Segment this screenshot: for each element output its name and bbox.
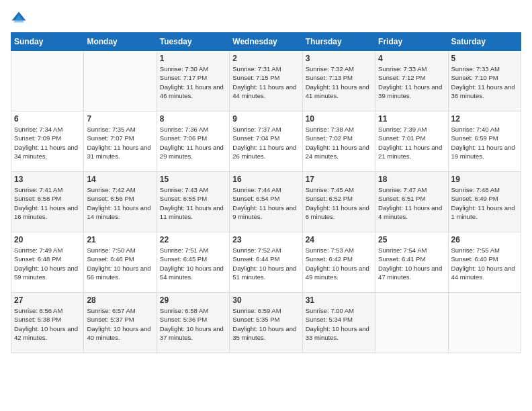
calendar-week-row: 27Sunrise: 6:56 AM Sunset: 5:38 PM Dayli… [11,293,521,353]
day-info: Sunrise: 7:49 AM Sunset: 6:48 PM Dayligh… [14,246,81,281]
calendar-week-row: 20Sunrise: 7:49 AM Sunset: 6:48 PM Dayli… [11,232,521,293]
day-number: 13 [14,175,81,184]
day-number: 1 [160,54,226,63]
calendar-week-row: 13Sunrise: 7:41 AM Sunset: 6:58 PM Dayli… [11,172,521,232]
calendar-cell: 9Sunrise: 7:37 AM Sunset: 7:04 PM Daylig… [230,111,302,172]
calendar-cell: 6Sunrise: 7:34 AM Sunset: 7:09 PM Daylig… [11,111,84,172]
calendar-cell: 27Sunrise: 6:56 AM Sunset: 5:38 PM Dayli… [11,293,84,353]
day-info: Sunrise: 7:53 AM Sunset: 6:42 PM Dayligh… [306,246,372,281]
calendar-cell: 16Sunrise: 7:44 AM Sunset: 6:54 PM Dayli… [230,172,302,232]
day-number: 19 [451,175,518,184]
calendar-cell [448,293,521,353]
day-number: 26 [451,235,518,244]
day-number: 3 [306,54,372,63]
calendar-cell: 3Sunrise: 7:32 AM Sunset: 7:13 PM Daylig… [302,51,375,111]
day-info: Sunrise: 7:37 AM Sunset: 7:04 PM Dayligh… [232,125,299,161]
day-info: Sunrise: 7:33 AM Sunset: 7:12 PM Dayligh… [378,64,445,100]
calendar-cell: 31Sunrise: 7:00 AM Sunset: 5:34 PM Dayli… [302,293,375,353]
calendar-cell: 7Sunrise: 7:35 AM Sunset: 7:07 PM Daylig… [84,111,157,172]
calendar-cell: 26Sunrise: 7:55 AM Sunset: 6:40 PM Dayli… [448,232,521,293]
day-number: 15 [160,175,226,184]
day-info: Sunrise: 7:47 AM Sunset: 6:51 PM Dayligh… [378,185,445,221]
calendar-cell: 30Sunrise: 6:59 AM Sunset: 5:35 PM Dayli… [230,293,302,353]
day-info: Sunrise: 7:00 AM Sunset: 5:34 PM Dayligh… [306,306,372,342]
day-number: 11 [378,114,445,124]
day-info: Sunrise: 7:54 AM Sunset: 6:41 PM Dayligh… [378,246,445,281]
day-info: Sunrise: 7:38 AM Sunset: 7:02 PM Dayligh… [306,125,372,161]
day-number: 24 [306,235,372,244]
day-number: 12 [451,114,518,124]
calendar-cell [11,51,84,111]
weekday-header-row: SundayMondayTuesdayWednesdayThursdayFrid… [11,33,521,51]
day-info: Sunrise: 6:56 AM Sunset: 5:38 PM Dayligh… [14,306,81,342]
calendar-cell: 25Sunrise: 7:54 AM Sunset: 6:41 PM Dayli… [375,232,448,293]
day-number: 22 [160,235,226,244]
day-number: 25 [378,235,445,244]
day-number: 6 [14,114,81,124]
calendar-cell: 23Sunrise: 7:52 AM Sunset: 6:44 PM Dayli… [230,232,302,293]
day-info: Sunrise: 7:40 AM Sunset: 6:59 PM Dayligh… [451,125,518,161]
day-info: Sunrise: 7:35 AM Sunset: 7:07 PM Dayligh… [87,125,153,161]
calendar-week-row: 6Sunrise: 7:34 AM Sunset: 7:09 PM Daylig… [11,111,521,172]
day-info: Sunrise: 7:33 AM Sunset: 7:10 PM Dayligh… [451,64,518,100]
day-number: 30 [232,295,299,305]
day-info: Sunrise: 6:59 AM Sunset: 5:35 PM Dayligh… [232,306,299,342]
day-info: Sunrise: 7:42 AM Sunset: 6:56 PM Dayligh… [87,185,153,221]
calendar-cell: 14Sunrise: 7:42 AM Sunset: 6:56 PM Dayli… [84,172,157,232]
day-info: Sunrise: 7:50 AM Sunset: 6:46 PM Dayligh… [87,246,153,281]
calendar-cell: 17Sunrise: 7:45 AM Sunset: 6:52 PM Dayli… [302,172,375,232]
day-number: 17 [306,175,372,184]
calendar-cell: 21Sunrise: 7:50 AM Sunset: 6:46 PM Dayli… [84,232,157,293]
day-number: 14 [87,175,153,184]
day-info: Sunrise: 7:41 AM Sunset: 6:58 PM Dayligh… [14,185,81,221]
day-info: Sunrise: 7:31 AM Sunset: 7:15 PM Dayligh… [232,64,299,100]
calendar-cell: 20Sunrise: 7:49 AM Sunset: 6:48 PM Dayli… [11,232,84,293]
calendar-cell: 12Sunrise: 7:40 AM Sunset: 6:59 PM Dayli… [448,111,521,172]
calendar-week-row: 1Sunrise: 7:30 AM Sunset: 7:17 PM Daylig… [11,51,521,111]
calendar-cell: 18Sunrise: 7:47 AM Sunset: 6:51 PM Dayli… [375,172,448,232]
day-number: 18 [378,175,445,184]
calendar-cell: 13Sunrise: 7:41 AM Sunset: 6:58 PM Dayli… [11,172,84,232]
logo-icon [11,11,27,27]
calendar-cell: 28Sunrise: 6:57 AM Sunset: 5:37 PM Dayli… [84,293,157,353]
calendar-cell: 10Sunrise: 7:38 AM Sunset: 7:02 PM Dayli… [302,111,375,172]
calendar-cell: 8Sunrise: 7:36 AM Sunset: 7:06 PM Daylig… [157,111,229,172]
calendar-cell: 22Sunrise: 7:51 AM Sunset: 6:45 PM Dayli… [157,232,229,293]
calendar-cell: 24Sunrise: 7:53 AM Sunset: 6:42 PM Dayli… [302,232,375,293]
day-info: Sunrise: 7:34 AM Sunset: 7:09 PM Dayligh… [14,125,81,161]
weekday-header: Saturday [448,33,521,51]
weekday-header: Thursday [302,33,375,51]
day-info: Sunrise: 6:57 AM Sunset: 5:37 PM Dayligh… [87,306,153,342]
logo [11,11,30,27]
day-number: 20 [14,235,81,244]
day-number: 27 [14,295,81,305]
calendar-cell: 11Sunrise: 7:39 AM Sunset: 7:01 PM Dayli… [375,111,448,172]
day-info: Sunrise: 7:32 AM Sunset: 7:13 PM Dayligh… [306,64,372,100]
calendar-cell: 2Sunrise: 7:31 AM Sunset: 7:15 PM Daylig… [230,51,302,111]
day-number: 8 [160,114,226,124]
calendar-table: SundayMondayTuesdayWednesdayThursdayFrid… [11,32,521,353]
day-info: Sunrise: 7:55 AM Sunset: 6:40 PM Dayligh… [451,246,518,281]
weekday-header: Monday [84,33,157,51]
calendar-cell [375,293,448,353]
day-info: Sunrise: 7:48 AM Sunset: 6:49 PM Dayligh… [451,185,518,221]
day-info: Sunrise: 7:36 AM Sunset: 7:06 PM Dayligh… [160,125,226,161]
weekday-header: Friday [375,33,448,51]
day-number: 4 [378,54,445,63]
calendar-cell: 15Sunrise: 7:43 AM Sunset: 6:55 PM Dayli… [157,172,229,232]
calendar-cell: 1Sunrise: 7:30 AM Sunset: 7:17 PM Daylig… [157,51,229,111]
day-info: Sunrise: 7:52 AM Sunset: 6:44 PM Dayligh… [232,246,299,281]
day-info: Sunrise: 7:44 AM Sunset: 6:54 PM Dayligh… [232,185,299,221]
day-number: 7 [87,114,153,124]
day-number: 9 [232,114,299,124]
day-number: 29 [160,295,226,305]
day-number: 21 [87,235,153,244]
day-number: 16 [232,175,299,184]
day-info: Sunrise: 7:30 AM Sunset: 7:17 PM Dayligh… [160,64,226,100]
calendar-cell [84,51,157,111]
page-header [11,11,521,27]
calendar-cell: 29Sunrise: 6:58 AM Sunset: 5:36 PM Dayli… [157,293,229,353]
day-info: Sunrise: 7:51 AM Sunset: 6:45 PM Dayligh… [160,246,226,281]
weekday-header: Wednesday [230,33,302,51]
day-number: 23 [232,235,299,244]
